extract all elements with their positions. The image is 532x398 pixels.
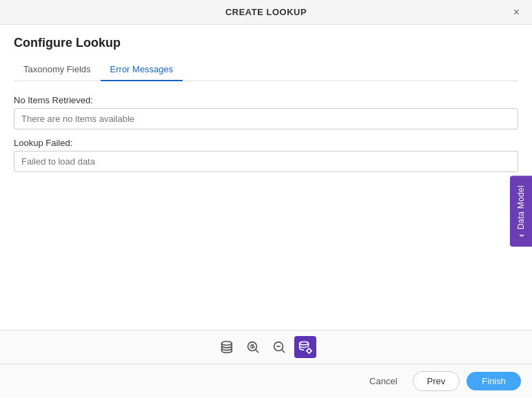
configure-heading: Configure Lookup xyxy=(14,36,518,50)
zoom-out-search-toolbar-button[interactable] xyxy=(268,336,290,358)
dialog-header: CREATE LOOKUP × xyxy=(0,0,532,25)
side-panel-label: Data Model xyxy=(516,185,526,229)
tabs-container: Taxonomy Fields Error Messages xyxy=(14,59,518,81)
no-items-label: No Items Retrieved: xyxy=(14,95,518,105)
tab-error-messages[interactable]: Error Messages xyxy=(101,59,183,81)
tab-taxonomy-fields[interactable]: Taxonomy Fields xyxy=(14,59,101,81)
database-toolbar-button[interactable] xyxy=(216,336,238,358)
database-icon xyxy=(219,339,234,355)
toolbar xyxy=(0,331,532,364)
close-button[interactable]: × xyxy=(509,6,524,19)
dialog-footer: Cancel Prev Finish xyxy=(0,330,532,398)
svg-line-6 xyxy=(282,350,285,353)
svg-line-2 xyxy=(256,350,258,353)
side-panel: ‹ Data Model xyxy=(510,25,532,398)
lookup-failed-input[interactable] xyxy=(14,151,518,172)
cancel-button[interactable]: Cancel xyxy=(361,372,405,390)
dialog-body: Configure Lookup Taxonomy Fields Error M… xyxy=(0,25,532,330)
action-buttons: Cancel Prev Finish xyxy=(0,364,532,398)
settings-search-icon xyxy=(245,339,260,355)
no-items-input[interactable] xyxy=(14,108,518,129)
database-settings-toolbar-button[interactable] xyxy=(294,336,316,358)
lookup-failed-label: Lookup Failed: xyxy=(14,138,518,148)
zoom-out-search-icon xyxy=(272,339,287,355)
no-items-group: No Items Retrieved: xyxy=(14,95,518,129)
settings-search-toolbar-button[interactable] xyxy=(242,336,264,358)
dialog-title: CREATE LOOKUP xyxy=(225,7,307,17)
data-model-tab[interactable]: ‹ Data Model xyxy=(510,176,532,247)
svg-point-7 xyxy=(300,342,309,345)
error-messages-form: No Items Retrieved: Lookup Failed: xyxy=(14,95,518,172)
prev-button[interactable]: Prev xyxy=(413,371,460,391)
svg-point-0 xyxy=(222,342,232,346)
create-lookup-dialog: CREATE LOOKUP × Configure Lookup Taxonom… xyxy=(0,0,532,398)
lookup-failed-group: Lookup Failed: xyxy=(14,138,518,172)
chevron-left-icon: ‹ xyxy=(515,234,526,238)
database-settings-icon xyxy=(298,339,313,355)
svg-point-8 xyxy=(307,349,311,353)
